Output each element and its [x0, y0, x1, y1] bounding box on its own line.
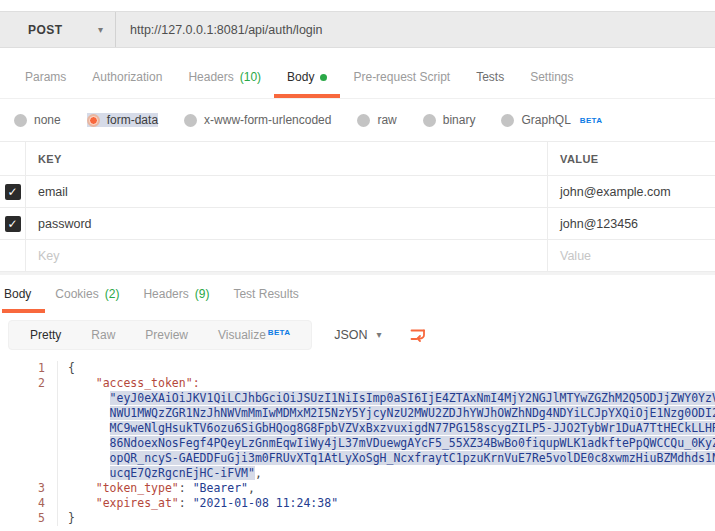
tab-pre-request-script[interactable]: Pre-request Script — [340, 70, 463, 98]
language-label: JSON — [334, 328, 367, 342]
wrap-lines-icon — [409, 326, 427, 344]
wrap-lines-button[interactable] — [406, 323, 430, 347]
code-line: opQR_ncyS-GAEDDFuGji3m0FRUvXTq1AtLyXoSgH… — [0, 451, 715, 466]
code-line: 3 "token_type": "Bearer", — [0, 481, 715, 496]
body-type-selector: none form-data x-www-form-urlencoded raw… — [0, 99, 715, 141]
view-pretty[interactable]: Pretty — [15, 328, 76, 342]
headers-count-badge: (10) — [240, 70, 261, 84]
response-view-bar: Pretty Raw Preview VisualizeBETA JSON ▾ — [0, 313, 715, 356]
value-placeholder-cell[interactable]: Value — [548, 240, 715, 271]
value-column-header: VALUE — [560, 153, 598, 165]
radio-none[interactable]: none — [14, 113, 61, 127]
view-mode-segmented-control: Pretty Raw Preview VisualizeBETA — [8, 320, 312, 350]
postman-window: POST ▾ http://127.0.0.1:8081/api/auth/lo… — [0, 0, 715, 531]
method-select[interactable]: POST ▾ — [0, 12, 116, 47]
code-text: NWU1MWQzZGR1NzJhNWVmMmIwMDMxM2I5NzY5Yjcy… — [57, 406, 715, 421]
radio-graphql[interactable]: GraphQLBETA — [501, 113, 602, 127]
url-input[interactable]: http://127.0.0.1:8081/api/auth/login — [116, 12, 715, 47]
tab-params[interactable]: Params — [12, 70, 79, 98]
radio-icon — [501, 114, 514, 127]
code-line: MC9weNlgHsukTV6ozu6SiGbHQog8G8FpbVZVxBxz… — [0, 421, 715, 436]
code-text: { — [57, 361, 715, 376]
line-number: 5 — [0, 511, 45, 526]
radio-binary[interactable]: binary — [423, 113, 476, 127]
line-number — [0, 451, 45, 466]
code-line: NWU1MWQzZGR1NzJhNWVmMmIwMDMxM2I5NzY5Yjcy… — [0, 406, 715, 421]
password-checkbox[interactable]: ✓ — [5, 216, 21, 232]
code-text: 86NdoexNosFegf4PQeyLzGnmEqwIiWy4jL37mVDu… — [57, 436, 715, 451]
line-number: 2 — [0, 376, 45, 391]
radio-raw[interactable]: raw — [357, 113, 396, 127]
tab-body[interactable]: Body — [274, 70, 340, 98]
line-number: 4 — [0, 496, 45, 511]
line-number — [0, 391, 45, 406]
radio-icon — [14, 114, 27, 127]
body-green-dot-icon — [320, 74, 327, 81]
code-text: MC9weNlgHsukTV6ozu6SiGbHQog8G8FpbVZVxBxz… — [57, 421, 715, 436]
view-preview[interactable]: Preview — [130, 328, 203, 342]
code-line: ucqE7QzRgcnEjHC-iFVM", — [0, 466, 715, 481]
method-label: POST — [28, 23, 98, 37]
code-line: 4 "expires_at": "2021-01-08 11:24:38" — [0, 496, 715, 511]
line-number — [0, 421, 45, 436]
code-text: "eyJ0eXAiOiJKV1QiLCJhbGciOiJSUzI1NiIsImp… — [57, 391, 715, 406]
tab-settings[interactable]: Settings — [517, 70, 586, 98]
code-text: "expires_at": "2021-01-08 11:24:38" — [57, 496, 715, 511]
response-tab-cookies[interactable]: Cookies(2) — [45, 287, 133, 313]
response-tab-body[interactable]: Body — [2, 287, 45, 313]
graphql-beta-badge: BETA — [580, 116, 602, 125]
response-tab-headers[interactable]: Headers(9) — [133, 287, 223, 313]
email-key-cell[interactable]: email — [26, 176, 548, 207]
email-checkbox[interactable]: ✓ — [5, 184, 21, 200]
password-key-cell[interactable]: password — [26, 208, 548, 239]
code-line: 1{ — [0, 361, 715, 376]
radio-icon — [423, 114, 436, 127]
language-dropdown[interactable]: JSON ▾ — [334, 328, 381, 342]
table-row-email: ✓ email john@example.com — [0, 176, 715, 208]
response-tab-test-results[interactable]: Test Results — [223, 287, 312, 313]
code-line: 86NdoexNosFegf4PQeyLzGnmEqwIiWy4jL37mVDu… — [0, 436, 715, 451]
line-number — [0, 406, 45, 421]
code-text: "token_type": "Bearer", — [57, 481, 715, 496]
tab-headers[interactable]: Headers(10) — [175, 70, 274, 98]
table-header-row: KEY VALUE — [0, 142, 715, 176]
password-value-cell[interactable]: john@123456 — [548, 208, 715, 239]
radio-form-data[interactable]: form-data — [87, 113, 158, 127]
tab-tests[interactable]: Tests — [463, 70, 517, 98]
key-placeholder-cell[interactable]: Key — [26, 240, 548, 271]
chevron-down-icon: ▾ — [377, 329, 382, 340]
code-text: } — [57, 511, 715, 526]
top-gap — [0, 0, 715, 11]
code-line: 5} — [0, 511, 715, 526]
tab-authorization[interactable]: Authorization — [79, 70, 175, 98]
code-text: opQR_ncyS-GAEDDFuGji3m0FRUvXTq1AtLyXoSgH… — [57, 451, 715, 466]
code-text: ucqE7QzRgcnEjHC-iFVM", — [57, 466, 715, 481]
response-tabs: Body Cookies(2) Headers(9) Test Results — [0, 272, 715, 313]
request-tabs: Params Authorization Headers(10) Body Pr… — [0, 48, 715, 99]
email-value-cell[interactable]: john@example.com — [548, 176, 715, 207]
radio-icon — [184, 114, 197, 127]
view-visualize[interactable]: VisualizeBETA — [203, 328, 305, 342]
url-bar: POST ▾ http://127.0.0.1:8081/api/auth/lo… — [0, 11, 715, 48]
response-headers-count-badge: (9) — [195, 287, 210, 301]
code-line: "eyJ0eXAiOiJKV1QiLCJhbGciOiJSUzI1NiIsImp… — [0, 391, 715, 406]
view-raw[interactable]: Raw — [76, 328, 130, 342]
empty-checkbox-cell — [0, 240, 26, 271]
line-number — [0, 436, 45, 451]
line-number: 1 — [0, 361, 45, 376]
cookies-count-badge: (2) — [105, 287, 120, 301]
radio-icon — [357, 114, 370, 127]
code-text: "access_token": — [57, 376, 715, 391]
line-number: 3 — [0, 481, 45, 496]
table-row-empty: Key Value — [0, 240, 715, 272]
key-column-header: KEY — [38, 153, 62, 165]
response-json-viewer: 1{2 "access_token": "eyJ0eXAiOiJKV1QiLCJ… — [0, 356, 715, 531]
visualize-beta-badge: BETA — [268, 328, 290, 337]
table-row-password: ✓ password john@123456 — [0, 208, 715, 240]
line-number — [0, 466, 45, 481]
form-data-table: KEY VALUE ✓ email john@example.com ✓ pas… — [0, 141, 715, 272]
chevron-down-icon: ▾ — [98, 24, 103, 35]
radio-x-www-form-urlencoded[interactable]: x-www-form-urlencoded — [184, 113, 331, 127]
code-line: 2 "access_token": — [0, 376, 715, 391]
radio-selected-icon — [87, 114, 100, 127]
